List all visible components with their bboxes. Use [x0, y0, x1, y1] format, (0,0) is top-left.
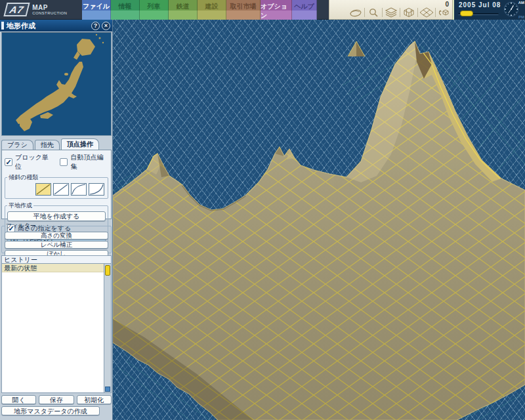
menu-item-market[interactable]: 取引市場 [226, 0, 261, 20]
block-unit-checkbox[interactable]: ✓ [5, 158, 12, 166]
terrain-tool-panel: 地形作成 ? × ブラシ 指先 頂点操作 [0, 20, 113, 420]
menu-gap [317, 0, 329, 20]
tab-vertex-operation[interactable]: 頂点操作 [61, 138, 99, 150]
logo-line1: MAP [32, 5, 67, 11]
height-convert-button[interactable]: 高さの変換 [5, 232, 108, 240]
toolbar: 0 [329, 0, 453, 20]
block-layers-icon[interactable] [401, 7, 417, 18]
menu-item-info[interactable]: 情報 [111, 0, 140, 20]
auto-vertex-checkbox[interactable] [60, 158, 68, 166]
menu-item-train[interactable]: 列車 [140, 0, 169, 20]
slope-concave-button[interactable] [71, 183, 87, 196]
slope-type-section: 傾斜の種類 [5, 173, 108, 199]
offshore-peak [348, 41, 365, 56]
slope-type-legend: 傾斜の種類 [7, 173, 39, 182]
vertex-tab-content: ✓ ブロック単位 自動頂点編集 傾斜の種類 [1, 150, 112, 219]
slope-straight-button[interactable] [53, 183, 69, 196]
game-date: 2005 Jul 08 [459, 1, 501, 9]
toolbar-separator [382, 8, 383, 17]
analog-clock-icon [503, 1, 520, 18]
clock-panel: 2005 Jul 08 AM PM [453, 0, 525, 20]
panel-title-bar: 地形作成 ? × [0, 20, 112, 32]
toolbar-separator [364, 8, 365, 17]
flat-land-legend: 平地作成 [7, 201, 33, 210]
time-slider-thumb[interactable] [460, 10, 473, 16]
open-button[interactable]: 開く [1, 395, 36, 404]
app-logo: A7 MAP CONSTRUCTION [0, 0, 82, 20]
create-flat-land-button[interactable]: 平地を作成する [7, 211, 106, 221]
terrain-landmass [113, 41, 525, 420]
slope-straight-selected-button[interactable] [35, 183, 51, 196]
help-button[interactable]: ? [91, 22, 100, 30]
filter-section: フィルター 高さの変換 レベル補正 ぼかし [1, 222, 112, 253]
history-scrollbar-thumb[interactable] [105, 265, 110, 276]
mesh-grid-icon[interactable] [419, 7, 434, 18]
filter-legend: フィルター [5, 222, 37, 230]
logo-a7-icon: A7 [3, 3, 30, 16]
flat-view-icon[interactable] [348, 7, 364, 18]
time-slider[interactable] [458, 13, 499, 15]
level-correct-button[interactable]: レベル補正 [5, 241, 108, 249]
panel-title: 地形作成 [7, 21, 91, 31]
title-accent-bar [1, 22, 4, 30]
history-label: ヒストリー [1, 255, 112, 263]
history-scrollbar[interactable] [104, 264, 111, 392]
terrain-3d-viewport[interactable] [113, 20, 525, 420]
rotate-view-icon[interactable] [436, 7, 452, 18]
master-data-row: 地形マスタデータの作成 [1, 406, 100, 415]
layer-stack-icon[interactable] [383, 7, 399, 18]
terrain-mesh-render [113, 20, 525, 420]
japan-minimap[interactable] [1, 32, 112, 136]
save-button[interactable]: 保存 [39, 395, 74, 404]
menu-item-rail[interactable]: 鉄道 [169, 0, 198, 20]
history-list[interactable]: 最新の状態 [1, 263, 112, 393]
map-construction-window: A7 MAP CONSTRUCTION ファイル 情報 列車 鉄道 建設 取引市… [0, 0, 525, 420]
toolbar-separator [417, 8, 418, 17]
tab-fingertip[interactable]: 指先 [35, 140, 60, 150]
toolbar-separator [400, 8, 400, 17]
menu-item-help[interactable]: ヘルプ [292, 0, 317, 20]
create-master-data-button[interactable]: 地形マスタデータの作成 [1, 406, 100, 415]
logo-line2: CONSTRUCTION [32, 11, 67, 15]
menu-item-file[interactable]: ファイル [82, 0, 111, 20]
history-item-latest[interactable]: 最新の状態 [2, 264, 104, 272]
initialize-button[interactable]: 初期化 [77, 395, 112, 404]
menu-item-options[interactable]: オプション [261, 0, 292, 20]
zoom-icon[interactable] [366, 7, 381, 18]
pm-label: PM [518, 15, 524, 19]
tool-tabs: ブラシ 指先 頂点操作 [1, 138, 112, 150]
history-scrollbar-down-button[interactable] [105, 387, 110, 392]
menu-item-build[interactable]: 建設 [198, 0, 226, 20]
slope-convex-button[interactable] [89, 183, 104, 196]
tab-brush[interactable]: ブラシ [1, 140, 33, 150]
close-button[interactable]: × [102, 22, 110, 30]
block-unit-label: ブロック単位 [15, 153, 53, 171]
auto-vertex-label: 自動頂点編集 [70, 153, 108, 171]
am-label: AM [518, 1, 524, 5]
menu-bar: A7 MAP CONSTRUCTION ファイル 情報 列車 鉄道 建設 取引市… [0, 0, 525, 20]
panel-footer: 開く 保存 初期化 [1, 395, 112, 404]
history-section: ヒストリー 最新の状態 [1, 255, 112, 393]
toolbar-separator [435, 8, 436, 17]
